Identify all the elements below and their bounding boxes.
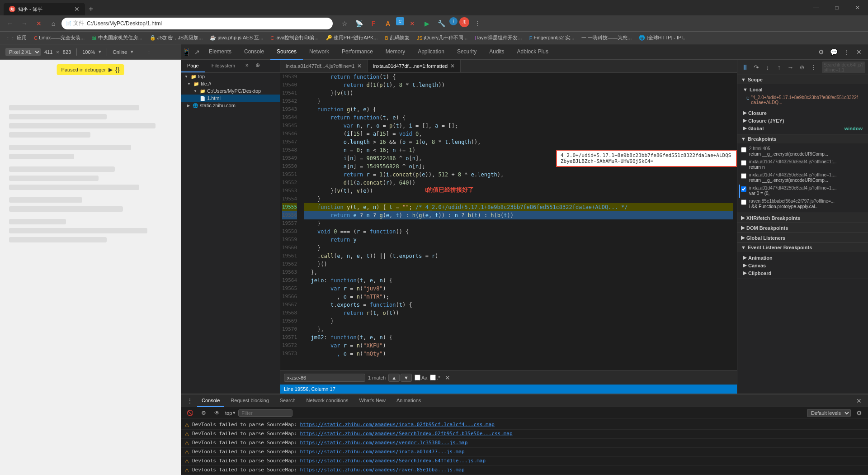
tab-performance[interactable]: Performance (335, 44, 379, 60)
scope-header[interactable]: ▼ Scope (737, 75, 868, 84)
search-close-btn[interactable]: ✕ (445, 374, 450, 381)
bookmark-3[interactable]: 🔒 JS加密，JS高级加... (148, 33, 205, 42)
page-tab[interactable]: Page (181, 60, 205, 72)
editor-tab-2-close[interactable]: ✕ (450, 63, 455, 69)
console-link-5[interactable]: https://static.zhihu.com/amadeus/SearchI… (300, 458, 486, 464)
editor-tab-1[interactable]: inxta.a01d477df...4.js?offline=1 ✕ (280, 60, 368, 72)
forward-button[interactable]: → (18, 17, 31, 30)
extension-icon1[interactable]: C (396, 17, 404, 25)
close-console-btn[interactable]: ✕ (854, 395, 864, 406)
extension-icon2[interactable]: ✕ (406, 17, 419, 30)
new-source-icon[interactable]: ⊕ (252, 60, 263, 71)
tab-network[interactable]: Network (303, 44, 335, 60)
close-devtools-icon[interactable]: ✕ (854, 47, 864, 57)
editor-tab-2[interactable]: inxta.a01d477df....ne=1:formatted ✕ (368, 60, 461, 72)
tab-adblock[interactable]: Adblock Plus (511, 44, 555, 60)
active-tab[interactable]: 知 知乎 - 知乎 ✕ (4, 3, 85, 15)
reload-button[interactable]: ✕ (33, 17, 45, 30)
extension-adblock-icon[interactable]: A (382, 17, 394, 30)
tab-memory[interactable]: Memory (379, 44, 411, 60)
home-button[interactable]: ⌂ (47, 17, 60, 30)
cast-icon[interactable]: 📡 (353, 17, 365, 30)
step-out-btn[interactable]: ↑ (774, 62, 784, 73)
tab-audits[interactable]: Audits (483, 44, 510, 60)
cursor-icon-btn[interactable]: ↗ (192, 47, 203, 57)
match-case-checkbox[interactable]: Aa (415, 375, 427, 380)
device-select[interactable]: Pixel 2 XL (5, 48, 41, 56)
tab-security[interactable]: Security (451, 44, 483, 60)
console-tab-request-blocking[interactable]: Request blocking (226, 394, 273, 407)
bookmark-9[interactable]: l layer弹层组件开发... (473, 33, 524, 42)
menu-icon[interactable]: ⋮ (471, 17, 484, 30)
tab-close-icon[interactable]: ✕ (74, 5, 80, 13)
close-button[interactable]: ✕ (847, 0, 868, 15)
resume-icon[interactable]: ▶ (108, 66, 113, 73)
console-link-4[interactable]: https://static.zhihu.com/amadeus/inxta.a… (300, 449, 464, 455)
apps-button[interactable]: ⋮⋮ 应用 (4, 33, 28, 42)
step-btn[interactable]: → (786, 62, 795, 73)
console-tab-search[interactable]: Search (275, 394, 300, 407)
bookmark-5[interactable]: C java控制台打印编... (269, 33, 320, 42)
mobile-icon-btn[interactable]: 📱 (181, 47, 192, 57)
extension-avatar[interactable]: 用 (459, 17, 469, 27)
deactivate-btn[interactable]: ⊘ (797, 62, 807, 73)
extension-icon3[interactable]: ▶ (420, 17, 433, 30)
feedback-icon[interactable]: 💬 (828, 47, 839, 57)
tab-elements[interactable]: Elements (203, 44, 238, 60)
more-options-icon[interactable]: ⋮ (145, 48, 153, 56)
search-up-btn[interactable]: ▲ (388, 374, 400, 382)
bookmark-7[interactable]: B 乱码恢复 (383, 33, 411, 42)
bp-checkbox-1[interactable] (741, 147, 746, 152)
pause-resume-btn[interactable]: ⏸ (740, 62, 750, 73)
tree-c-users[interactable]: ▼ 📁 C:/Users/MyPC/Desktop (181, 87, 280, 95)
bookmark-10[interactable]: F Fingerprintjs2 实... (528, 33, 576, 42)
console-menu-icon[interactable]: ⋮ (184, 395, 195, 406)
console-eye-icon[interactable]: 👁 (212, 408, 222, 418)
bookmark-2[interactable]: 🏛 中央国家机关住房... (90, 33, 144, 42)
console-filter-icon[interactable]: ⚙ (198, 408, 209, 418)
search-prev-btn[interactable]: ▲ ▼ (388, 374, 412, 382)
bookmark-4[interactable]: ☕ java.php.js:AES 互... (208, 33, 265, 42)
bookmark-6[interactable]: 🔑 使用PHP进行APK... (324, 33, 380, 42)
console-tab-network-conditions[interactable]: Network conditions (302, 394, 353, 407)
console-link-6[interactable]: https://static.zhihu.com/amadeus/raven.8… (300, 467, 464, 473)
bp-checkbox-4[interactable] (741, 186, 746, 192)
step-over-icon[interactable]: {} (115, 66, 119, 73)
bookmark-12[interactable]: 🌐 [全球HTTP] - IPl... (637, 33, 689, 42)
new-tab-button[interactable]: + (85, 3, 97, 15)
global-listeners-header[interactable]: ▶ Global Listeners (737, 233, 868, 242)
tree-static[interactable]: ▶ 🌐 static.zhihu.com (181, 102, 280, 109)
bp-checkbox-5[interactable] (741, 200, 746, 205)
tab-application[interactable]: Application (411, 44, 451, 60)
bookmark-11[interactable]: 一 一嗨科技——为您... (580, 33, 633, 42)
address-bar[interactable]: 📄 文件 C:/Users/MyPC/Desktop/1.html (61, 18, 333, 29)
filesystem-tab[interactable]: Filesystem (205, 60, 242, 72)
tab-console[interactable]: Console (238, 44, 270, 60)
clear-console-btn[interactable]: 🚫 (184, 408, 195, 418)
minimize-button[interactable]: — (806, 0, 826, 15)
editor-tab-1-close[interactable]: ✕ (357, 63, 362, 69)
tree-file[interactable]: ▼ 📁 file:// (181, 80, 280, 87)
extension-f-icon[interactable]: F (367, 17, 380, 30)
more-debug-btn[interactable]: ⋮ (808, 62, 818, 73)
closure-header[interactable]: ▶ Closure (741, 109, 864, 117)
xhr-header[interactable]: ▶ XHR/fetch Breakpoints (737, 213, 868, 223)
regex-checkbox[interactable]: .* (430, 375, 440, 380)
console-tab-animations[interactable]: Animations (392, 394, 425, 407)
back-button[interactable]: ← (4, 17, 16, 30)
local-header[interactable]: ▼ Local (741, 86, 864, 93)
console-link-1[interactable]: https://static.zhihu.com/amadeus/inxta.0… (300, 422, 494, 428)
console-filter-input[interactable] (238, 409, 292, 417)
bookmark-8[interactable]: JS jQuery几十种不同... (415, 33, 469, 42)
maximize-button[interactable]: □ (826, 0, 847, 15)
step-into-btn[interactable]: ↓ (763, 62, 772, 73)
step-over-btn[interactable]: ↷ (751, 62, 761, 73)
tab-sources[interactable]: Sources (270, 44, 303, 60)
bookmark-star-icon[interactable]: ☆ (338, 17, 351, 30)
tree-1html[interactable]: 📄 1.html (181, 95, 280, 102)
bp-checkbox-2[interactable] (741, 160, 746, 166)
bookmark-1[interactable]: C Linux——完全安装... (32, 33, 86, 42)
more-tabs-icon[interactable]: » (241, 60, 252, 71)
global-header[interactable]: ▶ Global window (741, 124, 864, 132)
console-tab-main[interactable]: Console (197, 394, 224, 407)
